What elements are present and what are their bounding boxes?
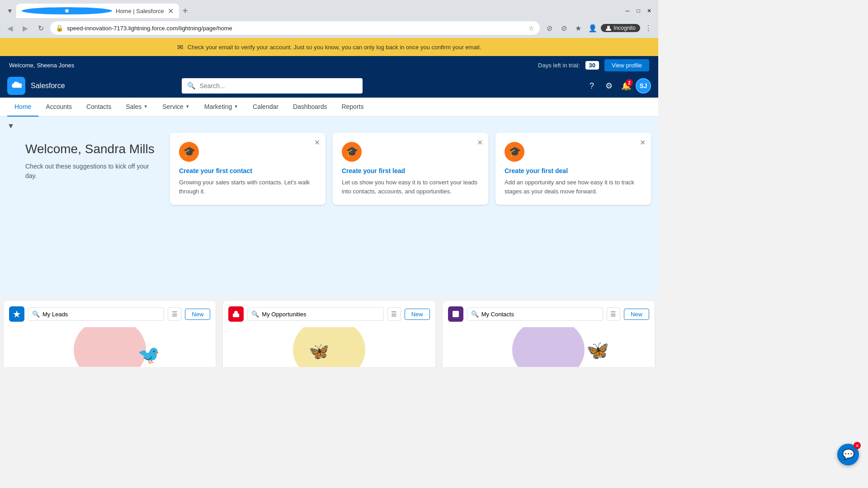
contacts-filter-button[interactable]: ☰ (607, 307, 620, 321)
tab-close-icon[interactable]: ✕ (168, 7, 174, 15)
tab-marketing[interactable]: Marketing ▼ (197, 98, 245, 117)
leads-search-icon: 🔍 (32, 310, 40, 318)
contacts-search[interactable]: 🔍 (467, 307, 603, 321)
active-tab[interactable]: Home | Salesforce ✕ (16, 4, 179, 18)
forward-button[interactable]: ▶ (19, 22, 32, 34)
welcome-message: Welcome, Sheena Jones (9, 62, 538, 69)
contacts-panel-icon (448, 306, 463, 322)
leads-filter-button[interactable]: ☰ (168, 307, 181, 321)
email-icon: ✉ (177, 43, 183, 52)
help-icon[interactable]: ? (584, 78, 599, 94)
contacts-search-input[interactable] (481, 311, 599, 318)
bookmark-icon[interactable]: ★ (572, 22, 585, 34)
trial-bar: Welcome, Sheena Jones Days left in trial… (0, 56, 658, 74)
browser-chrome: ▼ Home | Salesforce ✕ + ─ □ ✕ ◀ ▶ ↻ 🔒 sp… (0, 0, 658, 38)
menu-icon[interactable]: ⋮ (642, 22, 655, 34)
create-contact-card: ✕ 🎓 Create your first contact Growing yo… (170, 133, 326, 205)
new-tab-button[interactable]: + (179, 5, 192, 17)
tab-home[interactable]: Home (7, 98, 38, 117)
card-lead-close[interactable]: ✕ (477, 138, 483, 147)
reload-button[interactable]: ↻ (34, 22, 47, 34)
welcome-block: Welcome, Sandra Mills Check out these su… (25, 133, 161, 205)
leads-search[interactable]: 🔍 (28, 307, 164, 321)
tab-service[interactable]: Service ▼ (155, 98, 197, 117)
url-text: speed-innovation-7173.lightning.force.co… (67, 25, 525, 32)
trial-info: Days left in trial: 30 View profile (538, 59, 649, 71)
service-dropdown-arrow: ▼ (185, 104, 190, 109)
tab-contacts[interactable]: Contacts (79, 98, 118, 117)
create-deal-title[interactable]: Create your first deal (505, 167, 642, 174)
extension-icon-1[interactable]: ⊘ (543, 22, 556, 34)
opportunities-panel: 🔍 ☰ New 🦋 (223, 301, 435, 367)
opps-filter-button[interactable]: ☰ (387, 307, 401, 321)
leads-new-button[interactable]: New (185, 309, 210, 320)
tab-reports[interactable]: Reports (334, 98, 371, 117)
bird-illustration: 🐦 (137, 344, 160, 366)
contacts-panel-header: 🔍 ☰ New (448, 306, 649, 322)
notifications-icon[interactable]: 🔔 2 (618, 78, 634, 94)
tab-sales[interactable]: Sales ▼ (118, 98, 155, 117)
tab-title: Home | Salesforce (116, 8, 164, 14)
navbar: Salesforce 🔍 ? ⚙ 🔔 2 SJ (0, 74, 658, 98)
profile-icon[interactable]: 👤 (586, 22, 599, 34)
marketing-dropdown-arrow: ▼ (234, 104, 238, 109)
app-name: Salesforce (31, 82, 65, 90)
contacts-panel: 🔍 ☰ New 🦋 (443, 301, 655, 367)
card-deal-close[interactable]: ✕ (640, 138, 646, 147)
main-content: ▼ Welcome, Sandra Mills Check out these … (0, 117, 658, 297)
leads-search-input[interactable] (42, 311, 160, 318)
minimize-button[interactable]: ─ (622, 5, 633, 16)
welcome-section: Welcome, Sandra Mills Check out these su… (7, 124, 651, 214)
opps-new-button[interactable]: New (405, 309, 430, 320)
incognito-badge: Incognito (601, 24, 640, 32)
opps-search[interactable]: 🔍 (247, 307, 383, 321)
close-button[interactable]: ✕ (644, 5, 655, 16)
settings-icon[interactable]: ⚙ (601, 78, 617, 94)
maximize-button[interactable]: □ (633, 5, 644, 16)
sales-dropdown-arrow: ▼ (143, 104, 148, 109)
salesforce-app: ✉ Check your email to verify your accoun… (0, 38, 658, 367)
create-lead-body: Let us show you how easy it is to conver… (342, 178, 479, 196)
back-button[interactable]: ◀ (4, 22, 16, 34)
address-bar[interactable]: 🔒 speed-innovation-7173.lightning.force.… (50, 21, 540, 35)
contacts-search-icon: 🔍 (471, 310, 479, 318)
tab-expand[interactable]: ▼ (4, 5, 16, 17)
star-icon[interactable]: ☆ (528, 24, 534, 32)
graduation-icon-3: 🎓 (509, 146, 521, 158)
view-profile-button[interactable]: View profile (604, 59, 649, 71)
opps-search-input[interactable] (262, 311, 379, 318)
cards-container: ✕ 🎓 Create your first contact Growing yo… (170, 133, 651, 205)
search-icon: 🔍 (187, 82, 196, 90)
create-deal-body: Add an opportunity and see how easy it i… (505, 178, 642, 196)
tab-dashboards[interactable]: Dashboards (286, 98, 335, 117)
search-bar[interactable]: 🔍 (182, 78, 363, 94)
search-input[interactable] (199, 82, 357, 89)
tab-accounts[interactable]: Accounts (38, 98, 79, 117)
svg-rect-3 (233, 314, 239, 317)
butterfly-2-illustration: 🦋 (586, 340, 609, 361)
contacts-new-button[interactable]: New (624, 309, 649, 320)
salesforce-logo[interactable] (7, 77, 25, 95)
days-label: Days left in trial: (538, 62, 580, 69)
collapse-button[interactable]: ▼ (7, 122, 14, 130)
create-deal-card: ✕ 🎓 Create your first deal Add an opport… (495, 133, 651, 205)
create-lead-card: ✕ 🎓 Create your first lead Let us show y… (333, 133, 488, 205)
card-contact-icon: 🎓 (179, 142, 199, 162)
leads-illustration: 🐦 (9, 327, 210, 367)
opps-search-icon: 🔍 (251, 310, 259, 318)
card-contact-close[interactable]: ✕ (314, 138, 320, 147)
svg-point-5 (454, 312, 457, 314)
card-deal-icon: 🎓 (505, 142, 524, 162)
user-avatar[interactable]: SJ (636, 78, 651, 94)
svg-marker-2 (13, 310, 20, 318)
email-banner: ✉ Check your email to verify your accoun… (0, 38, 658, 56)
banner-message: Check your email to verify your account.… (188, 44, 481, 51)
nav-tabs: Home Accounts Contacts Sales ▼ Service ▼… (0, 98, 658, 117)
create-lead-title[interactable]: Create your first lead (342, 167, 479, 174)
create-contact-title[interactable]: Create your first contact (179, 167, 316, 174)
extension-icon-2[interactable]: ⊘ (557, 22, 570, 34)
tab-calendar[interactable]: Calendar (245, 98, 286, 117)
welcome-subtitle: Check out these suggestions to kick off … (25, 162, 161, 181)
leads-panel-icon (9, 306, 24, 322)
create-contact-body: Growing your sales starts with contacts.… (179, 178, 316, 196)
